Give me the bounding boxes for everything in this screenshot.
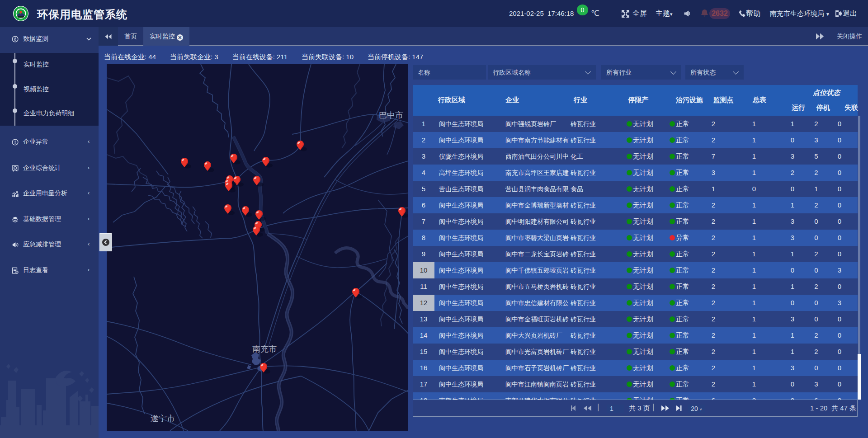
svg-text:南充市: 南充市 [252,344,277,353]
svg-text:遂宁市: 遂宁市 [151,414,175,423]
svg-text:巴中市: 巴中市 [379,111,403,120]
